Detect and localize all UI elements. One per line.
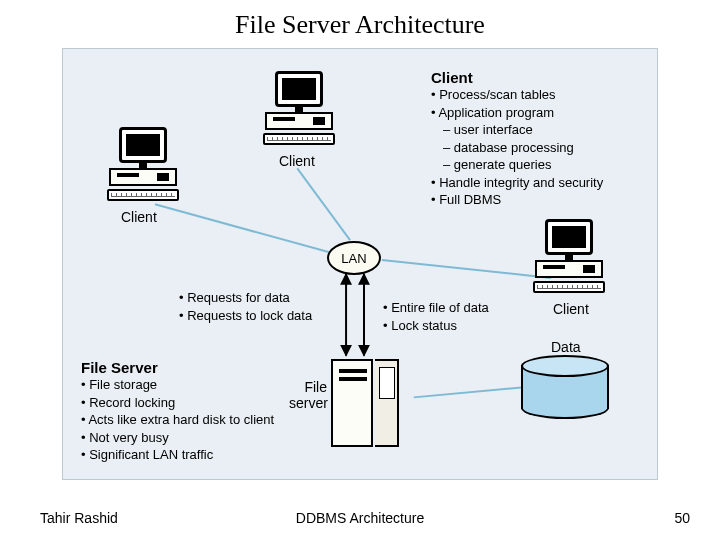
list-item: Requests for data [179, 289, 339, 307]
file-server-list: File storageRecord lockingActs like extr… [81, 376, 291, 464]
data-label: Data [551, 339, 581, 355]
list-item: File storage [81, 376, 291, 394]
client-label: Client [553, 301, 589, 317]
request-list: Requests for dataRequests to lock data [179, 289, 339, 324]
list-item: Acts like extra hard disk to client [81, 411, 291, 429]
file-server-icon [331, 359, 401, 449]
list-item: Full DBMS [431, 191, 651, 209]
slide: File Server Architecture Client [0, 0, 720, 540]
file-server-description: File Server File storageRecord lockingAc… [81, 359, 291, 464]
file-server-label: File server [289, 379, 327, 411]
list-item: Entire file of data [383, 299, 533, 317]
list-item: Record locking [81, 394, 291, 412]
svg-line-0 [155, 204, 332, 253]
list-item: user interface [431, 121, 651, 139]
list-item: database processing [431, 139, 651, 157]
list-item: Significant LAN traffic [81, 446, 291, 464]
response-list: Entire file of dataLock status [383, 299, 533, 334]
client-computer-icon [259, 71, 339, 151]
lan-node: LAN [327, 241, 381, 275]
list-item: Process/scan tables [431, 86, 651, 104]
client-label: Client [121, 209, 157, 225]
list-item: Handle integrity and security [431, 174, 651, 192]
list-item: Application program [431, 104, 651, 122]
slide-title: File Server Architecture [0, 10, 720, 40]
svg-line-2 [382, 260, 551, 278]
list-item: Requests to lock data [179, 307, 339, 325]
file-server-heading: File Server [81, 359, 291, 376]
svg-line-5 [414, 387, 522, 397]
lan-label: LAN [341, 251, 366, 266]
client-computer-icon [529, 219, 609, 299]
footer-page-number: 50 [674, 510, 690, 526]
client-description-list: Process/scan tablesApplication programus… [431, 86, 651, 209]
list-item: Lock status [383, 317, 533, 335]
request-notes: Requests for dataRequests to lock data [179, 289, 339, 324]
svg-line-1 [297, 168, 350, 240]
client-description: Client Process/scan tablesApplication pr… [431, 69, 651, 209]
list-item: generate queries [431, 156, 651, 174]
architecture-diagram: Client Client Client LAN File server Dat… [62, 48, 658, 480]
footer-center: DDBMS Architecture [0, 510, 720, 526]
list-item: Not very busy [81, 429, 291, 447]
client-heading: Client [431, 69, 651, 86]
data-cylinder-icon [521, 355, 609, 419]
client-label: Client [279, 153, 315, 169]
response-notes: Entire file of dataLock status [383, 299, 533, 334]
client-computer-icon [103, 127, 183, 207]
